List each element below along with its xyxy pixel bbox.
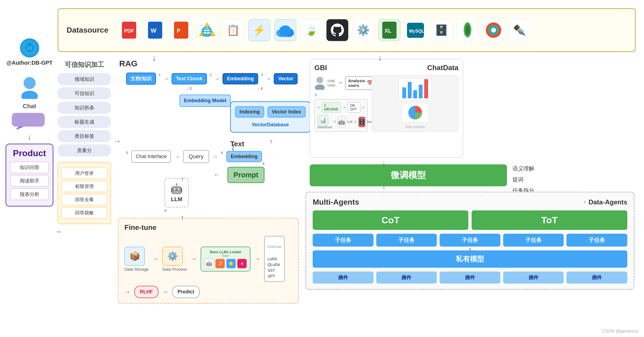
plugin-row: 插件 插件 插件 插件 插件 [313,272,627,284]
gbi-flow-box: ① 1 UPLOAD → DB-GPT ② 📊 Sheet/Excel ⑤ 🤖 [314,99,368,132]
embedding-bottom-node: Embedding [226,151,262,162]
svg-point-31 [317,77,323,83]
finetune-section: Fine-tune 📦 Data Storage → ⚙️ Data Proce… [118,218,299,304]
multiagents-title: Multi-Agents [313,198,359,207]
svg-text:MySQL: MySQL [409,29,424,33]
svg-marker-30 [15,127,24,129]
finetune-flow: 📦 Data Storage → ⚙️ Data Process → Base … [124,236,292,298]
predict-box: Predict [172,286,200,298]
svg-point-25 [29,43,31,45]
arrow-prod-know: → [55,227,62,236]
excel-icon: XL [378,19,400,41]
embedding-model-box: Embedding Model [179,95,231,107]
know-sub-1: 权限管理 [61,181,107,192]
rag-row1: 文档/知识 1 → Text Chunk 2 → Embedding 3 → V… [126,73,298,85]
knowledge-item-2: 知识拆条 [58,102,111,114]
knowledge-item-3: 标题生成 [58,116,111,128]
embedding-top-node: Embedding [223,73,258,84]
know-sub-3: 回答脱敏 [61,207,107,218]
gbi-db: 🗄️ [358,117,365,127]
plugin-2: 插件 [440,272,500,284]
tot-box: ToT [472,210,627,230]
finetune-title: Fine-tune [124,223,292,232]
arrow-ds-gbi: ↓ [378,53,382,62]
svg-text:W: W [151,27,156,34]
watermark: CSDN @generous [602,329,639,334]
plugin-0: 插件 [313,272,374,284]
svg-text:XL: XL [384,28,392,34]
vector-node: Vector [274,73,298,84]
arrow-fine-agents: ↓ [382,182,386,190]
knowledge-sub-box: 用户登录 权限管理 回答去毒 回答脱敏 [58,162,111,224]
settings-icon: ⚙️ [352,19,374,41]
gbi-left: chat User → Analysis users 📅 ③ ① 1 UPLOA… [314,75,368,132]
chrome-icon [483,19,505,41]
data-process: ⚙️ Data Process [162,247,187,272]
private-model-box: 私有模型 [313,250,627,268]
bolt-icon: ⚡ [248,19,270,41]
product-title: Product [10,148,49,158]
svg-text:PDF: PDF [124,28,134,34]
num4-rag: ↓ 4 [258,86,263,91]
subtask-2: 子任务 [440,234,500,247]
ppt-icon: P [170,19,192,41]
rlhf-box: RLHF [134,286,158,298]
gbi-right: Data Solution [372,75,458,132]
subtask-4: 子任务 [566,234,627,247]
text-chunk-node: Text Chunk [172,73,207,84]
sheet-excel: 📊 Sheet/Excel [317,115,332,129]
mongo-icon [457,19,478,41]
vector-db-box: Indexing Vector Index VectorDatabase [230,101,310,133]
base-llms-box: Base LLMs Loader Base 🤖 J ⭐ ♦ [201,247,250,272]
arrow-gbi-fine: ↓ [382,159,386,167]
author-section: @Author:DB-GPT [5,38,53,66]
prompt-box: Prompt [227,167,264,183]
cot-box: CoT [313,210,468,230]
multiagents-section: Multi-Agents 7 Data-Agents CoT ToT 子任务 子… [306,192,634,290]
llm-box: 🤖 LLM 9 [164,178,189,213]
gbi-pie [401,103,429,122]
arrow-finetune-up: ↑ [181,214,184,221]
gbi-llm: 🤖 [338,117,345,127]
mysql-icon: MySQL [404,19,426,41]
arrow-know-rag: → [114,137,121,145]
arrow-to-product: ↓ [5,133,53,141]
doc-node: 文档/知识 [126,73,156,85]
subtask-3: 子任务 [503,234,564,247]
main-container: Datasource PDF W P 🌐 📋 ⚡ 🍃 ⚙️ [0,0,644,337]
data-agents-title: Data-Agents [589,198,627,206]
svg-point-12 [279,25,291,36]
author-logo [20,38,39,58]
agents-header: Multi-Agents 7 Data-Agents [313,198,627,207]
svg-point-27 [24,77,36,89]
knowledge-title: 可信知识加工 [58,60,111,69]
left-sidebar: @Author:DB-GPT Chat ↓ Product 知识问答 阅读助手 … [5,38,53,207]
know-sub-2: 回答去毒 [61,194,107,205]
data-storage: 📦 Data Storage [124,247,149,272]
know-sub-0: 用户登录 [61,168,107,179]
subtask-1: 子任务 [376,234,437,247]
knowledge-item-5: 质量分 [58,144,111,156]
datasource-label: Datasource [67,26,109,35]
cloud-icon [274,19,296,41]
vector-db-label: VectorDatabase [252,122,289,128]
fine-model-box: 微调模型 [310,164,507,186]
plugin-1: 插件 [376,272,437,284]
product-box: Product 知识问答 阅读助手 报表分析 [5,144,53,207]
svg-point-18 [465,24,470,35]
gbi-upload: 1 UPLOAD [322,102,341,113]
svg-rect-29 [12,113,45,127]
svg-text:🌐: 🌐 [201,26,213,37]
svg-rect-4 [174,22,188,39]
knowledge-item-0: 领域知识 [58,73,111,85]
product-item-2: 阅读助手 [10,175,49,187]
arrow-ds-down: ↓ [152,53,156,63]
cot-tot-row: CoT ToT [313,210,627,230]
gbi-chat-label: chat [327,79,336,83]
word-icon: W [144,19,166,41]
chatdata-title: ChatData [427,64,458,72]
datasource-bar: Datasource PDF W P 🌐 📋 ⚡ 🍃 ⚙️ [58,8,636,52]
svg-text:P: P [177,28,180,34]
chat-bubble-icon [5,112,53,130]
rag-row2: 5 Chat Interface → Query → 6 Embedding [126,150,262,163]
